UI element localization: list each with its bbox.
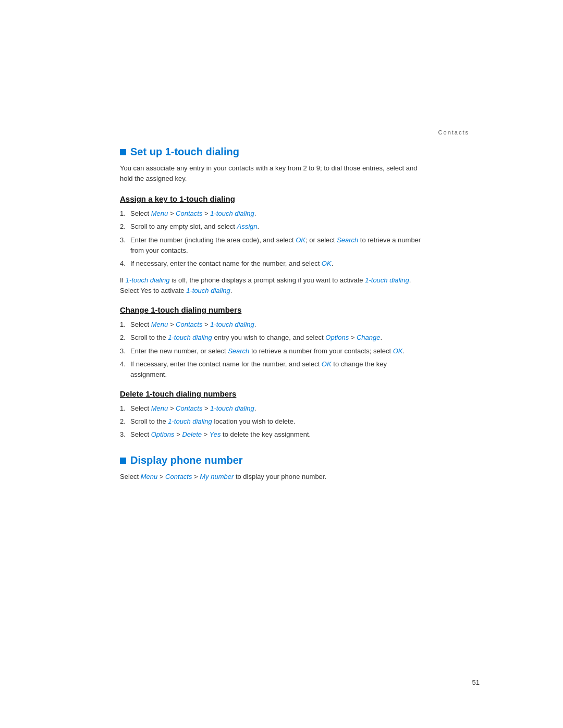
step-2-4: If necessary, enter the contact name for… bbox=[120, 359, 422, 380]
step-1-3: Enter the number (including the area cod… bbox=[120, 235, 422, 256]
step-2-1: Select Menu > Contacts > 1-touch dialing… bbox=[120, 319, 422, 330]
step-3-2: Scroll to the 1-touch dialing location y… bbox=[120, 416, 422, 427]
step-1-1: Select Menu > Contacts > 1-touch dialing… bbox=[120, 208, 422, 219]
step-2-2: Scroll to the 1-touch dialing entry you … bbox=[120, 332, 422, 343]
subsection1-steps: Select Menu > Contacts > 1-touch dialing… bbox=[120, 208, 422, 269]
chapter-label: Contacts bbox=[438, 129, 469, 135]
section1-intro: You can associate any entry in your cont… bbox=[120, 163, 422, 184]
step-3-3: Select Options > Delete > Yes to delete … bbox=[120, 429, 422, 440]
page-container: Contacts Set up 1-touch dialing You can … bbox=[0, 0, 563, 728]
section2-heading: Display phone number bbox=[120, 454, 422, 466]
subsection2-heading: Change 1-touch dialing numbers bbox=[120, 305, 422, 314]
section1-heading: Set up 1-touch dialing bbox=[120, 146, 422, 158]
subsection2: Change 1-touch dialing numbers Select Me… bbox=[120, 305, 422, 380]
subsection1-heading: Assign a key to 1-touch dialing bbox=[120, 194, 422, 203]
subsection3: Delete 1-touch dialing numbers Select Me… bbox=[120, 389, 422, 440]
subsection3-heading: Delete 1-touch dialing numbers bbox=[120, 389, 422, 398]
step-1-4: If necessary, enter the contact name for… bbox=[120, 258, 422, 269]
step-3-1: Select Menu > Contacts > 1-touch dialing… bbox=[120, 403, 422, 414]
section2-intro: Select Menu > Contacts > My number to di… bbox=[120, 472, 422, 482]
content-area: Set up 1-touch dialing You can associate… bbox=[120, 146, 422, 483]
subsection2-steps: Select Menu > Contacts > 1-touch dialing… bbox=[120, 319, 422, 380]
subsection3-steps: Select Menu > Contacts > 1-touch dialing… bbox=[120, 403, 422, 440]
step-2-3: Enter the new number, or select Search t… bbox=[120, 346, 422, 356]
page-number: 51 bbox=[472, 678, 480, 686]
section2: Display phone number Select Menu > Conta… bbox=[120, 454, 422, 482]
blue-square-icon bbox=[120, 149, 126, 155]
section2-title: Display phone number bbox=[130, 454, 243, 466]
subsection2-heading-text: Change 1-touch dialing numbers bbox=[120, 305, 241, 314]
section1-title: Set up 1-touch dialing bbox=[130, 146, 239, 158]
blue-square-icon-2 bbox=[120, 458, 126, 464]
subsection1-note: If 1-touch dialing is off, the phone dis… bbox=[120, 275, 422, 296]
chapter-header: Contacts bbox=[438, 129, 469, 135]
subsection1: Assign a key to 1-touch dialing Select M… bbox=[120, 194, 422, 296]
step-1-2: Scroll to any empty slot, and select Ass… bbox=[120, 221, 422, 232]
subsection3-heading-text: Delete 1-touch dialing numbers bbox=[120, 389, 236, 398]
subsection1-heading-text: Assign a key to 1-touch dialing bbox=[120, 194, 235, 203]
